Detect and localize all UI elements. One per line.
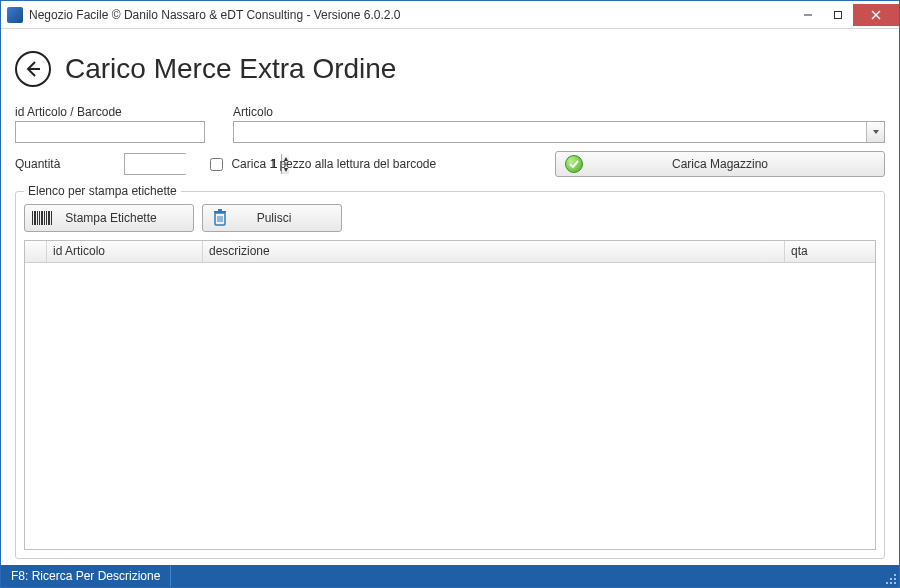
svg-rect-13 [51,211,52,225]
carica-magazzino-button[interactable]: Carica Magazzino [555,151,885,177]
svg-rect-5 [32,211,33,225]
grid-header: id Articolo descrizione qta [25,241,875,263]
window-controls [793,4,899,26]
client-area: Carico Merce Extra Ordine id Articolo / … [1,29,899,565]
id-barcode-input[interactable] [15,121,205,143]
articolo-value [234,122,866,142]
form-row-2: Quantità ▲ ▼ Carica 1 pezzo alla lettura… [15,151,885,177]
pulisci-button[interactable]: Pulisci [202,204,342,232]
status-f8: F8: Ricerca Per Descrizione [1,565,171,587]
quantity-wrap: Quantità ▲ ▼ [15,153,186,175]
chevron-down-icon [872,128,880,136]
app-icon [7,7,23,23]
autoload-checkbox-label: Carica 1 pezzo alla lettura del barcode [231,157,436,171]
quantity-stepper[interactable]: ▲ ▼ [124,153,186,175]
id-barcode-label: id Articolo / Barcode [15,105,205,119]
svg-rect-8 [39,211,40,225]
stampa-etichette-button[interactable]: Stampa Etichette [24,204,194,232]
svg-rect-10 [44,211,45,225]
statusbar: F8: Ricerca Per Descrizione [1,565,899,587]
svg-rect-11 [46,211,47,225]
labels-grid[interactable]: id Articolo descrizione qta [24,240,876,550]
titlebar: Negozio Facile © Danilo Nassaro & eDT Co… [1,1,899,29]
trash-icon [203,208,237,228]
maximize-button[interactable] [823,4,853,26]
articolo-combo[interactable] [233,121,885,143]
carica-magazzino-label: Carica Magazzino [672,157,768,171]
checkmark-icon [560,155,588,173]
grid-col-descrizione[interactable]: descrizione [203,241,785,262]
svg-rect-9 [41,211,43,225]
svg-point-20 [894,582,896,584]
svg-point-21 [890,582,892,584]
autoload-checkbox-wrap: Carica 1 pezzo alla lettura del barcode [206,155,436,174]
app-window: Negozio Facile © Danilo Nassaro & eDT Co… [0,0,900,588]
stampa-etichette-label: Stampa Etichette [59,211,193,225]
autoload-checkbox[interactable] [210,158,223,171]
grid-body [25,263,875,549]
grid-row-selector-header[interactable] [25,241,47,262]
barcode-icon [25,210,59,226]
quantity-label: Quantità [15,157,60,171]
grid-col-qta[interactable]: qta [785,241,875,262]
svg-point-23 [886,582,888,584]
groupbox-legend: Elenco per stampa etichette [24,184,181,198]
labels-groupbox: Elenco per stampa etichette [15,191,885,559]
svg-rect-6 [34,211,36,225]
resize-grip[interactable] [881,565,899,587]
form-row-1: id Articolo / Barcode Articolo [15,105,885,143]
grid-col-id[interactable]: id Articolo [47,241,203,262]
articolo-field: Articolo [233,105,885,143]
window-title: Negozio Facile © Danilo Nassaro & eDT Co… [29,8,793,22]
svg-point-22 [894,578,896,580]
svg-rect-18 [214,211,226,213]
groupbox-toolbar: Stampa Etichette Pulisci [24,204,876,232]
page-title: Carico Merce Extra Ordine [65,53,396,85]
svg-rect-12 [48,211,50,225]
id-barcode-field: id Articolo / Barcode [15,105,205,143]
articolo-label: Articolo [233,105,885,119]
page-header: Carico Merce Extra Ordine [15,51,885,87]
articolo-dropdown-button[interactable] [866,122,884,142]
pulisci-label: Pulisci [237,211,341,225]
svg-rect-1 [835,11,842,18]
svg-rect-19 [218,209,222,211]
back-button[interactable] [15,51,51,87]
close-button[interactable] [853,4,899,26]
svg-point-24 [890,578,892,580]
minimize-button[interactable] [793,4,823,26]
svg-point-25 [894,574,896,576]
svg-rect-7 [37,211,38,225]
